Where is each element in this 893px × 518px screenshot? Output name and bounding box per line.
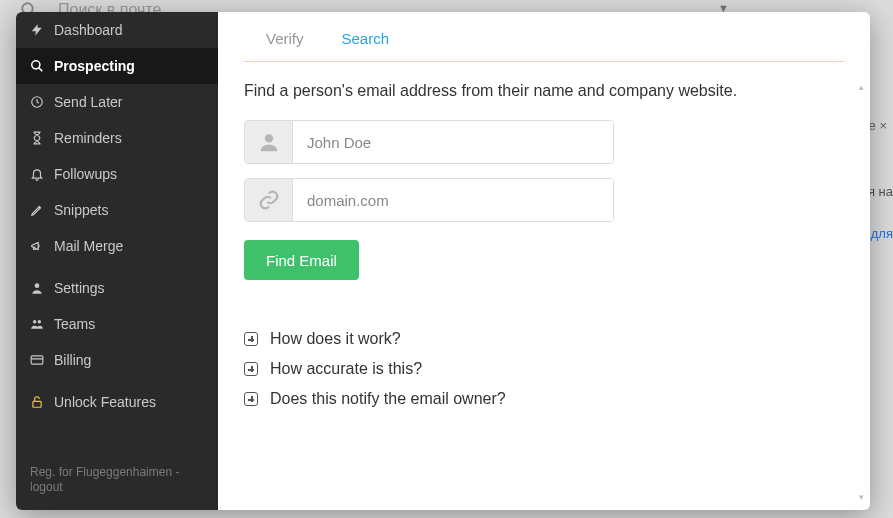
domain-field [244,178,614,222]
sidebar-item-label: Unlock Features [54,394,156,410]
description: Find a person's email address from their… [244,82,844,100]
sidebar-item-reminders[interactable]: Reminders [16,120,218,156]
sidebar-item-label: Settings [54,280,105,296]
sidebar-item-prospecting[interactable]: Prospecting [16,48,218,84]
name-field [244,120,614,164]
main-panel: Verify Search Find a person's email addr… [218,12,870,510]
faq-question: How accurate is this? [270,360,422,378]
svg-rect-10 [33,401,41,407]
svg-line-3 [39,68,43,72]
sidebar-item-label: Followups [54,166,117,182]
unlock-icon [30,395,54,409]
tab-search[interactable]: Search [342,30,390,47]
sidebar-item-followups[interactable]: Followups [16,156,218,192]
domain-input[interactable] [293,179,613,221]
sidebar-item-mail-merge[interactable]: Mail Merge [16,228,218,264]
scrollbar[interactable] [860,82,868,502]
faq-item[interactable]: How accurate is this? [244,354,844,384]
bg-close: e × [869,118,887,133]
tab-underline [244,61,844,62]
clock-icon [30,95,54,109]
hourglass-icon [30,131,54,145]
sidebar-item-label: Send Later [54,94,123,110]
svg-point-7 [38,320,42,324]
pencil-icon [30,203,54,217]
bell-icon [30,167,54,181]
megaphone-icon [30,239,54,253]
bg-text-fragment-2: для [871,226,893,241]
sidebar-footer[interactable]: Reg. for Flugeggenhaimen - logout [16,455,218,510]
faq-item[interactable]: How does it work? [244,324,844,354]
plus-box-icon [244,332,258,346]
sidebar-item-dashboard[interactable]: Dashboard [16,12,218,48]
search-icon [30,59,54,73]
credit-card-icon [30,353,54,367]
plus-box-icon [244,362,258,376]
sidebar-item-label: Prospecting [54,58,135,74]
bolt-icon [30,23,54,37]
link-icon [245,179,293,221]
faq-question: How does it work? [270,330,401,348]
faq-question: Does this notify the email owner? [270,390,506,408]
faq-list: How does it work? How accurate is this? … [244,324,844,414]
plus-box-icon [244,392,258,406]
find-email-button[interactable]: Find Email [244,240,359,280]
sidebar-item-label: Snippets [54,202,108,218]
bg-text-fragment-1: я на [868,184,893,199]
svg-rect-8 [31,356,43,364]
svg-point-6 [33,320,37,324]
svg-point-2 [32,61,40,69]
app-modal: Dashboard Prospecting Send Later Reminde… [16,12,870,510]
sidebar-item-label: Teams [54,316,95,332]
sidebar-item-label: Dashboard [54,22,123,38]
sidebar-item-label: Mail Merge [54,238,123,254]
sidebar-item-settings[interactable]: Settings [16,270,218,306]
faq-item[interactable]: Does this notify the email owner? [244,384,844,414]
user-icon [30,281,54,295]
tab-verify[interactable]: Verify [266,30,304,47]
tabs: Verify Search [244,30,844,47]
sidebar-item-snippets[interactable]: Snippets [16,192,218,228]
svg-point-5 [35,283,40,288]
name-input[interactable] [293,121,613,163]
sidebar-item-unlock[interactable]: Unlock Features [16,384,218,420]
users-icon [30,317,54,331]
sidebar-item-label: Billing [54,352,91,368]
svg-point-11 [264,134,272,142]
sidebar-item-teams[interactable]: Teams [16,306,218,342]
person-icon [245,121,293,163]
sidebar: Dashboard Prospecting Send Later Reminde… [16,12,218,510]
sidebar-item-send-later[interactable]: Send Later [16,84,218,120]
sidebar-item-label: Reminders [54,130,122,146]
sidebar-item-billing[interactable]: Billing [16,342,218,378]
